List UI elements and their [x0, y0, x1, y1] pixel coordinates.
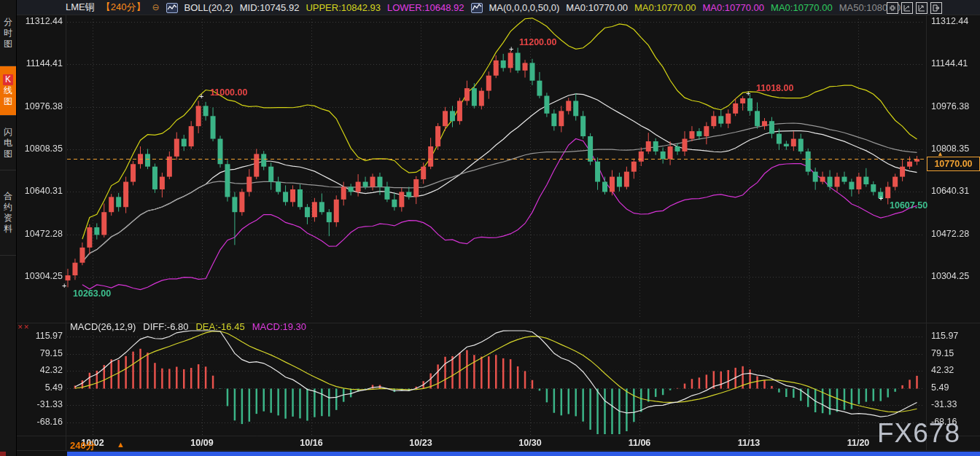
crosshair-grid-icon[interactable] [887, 2, 898, 14]
macd-label-left-3: 5.49 [15, 382, 63, 393]
bottom-scrollbar[interactable] [67, 452, 980, 456]
current-price-tag: 10770.00 [927, 157, 980, 171]
ma-value-1: MA0:10770.00 [634, 2, 696, 13]
boll-label: BOLL(20,2) [184, 2, 233, 13]
macd-label-right-0: 115.97 [931, 331, 958, 341]
time-label-1: 10/09 [190, 438, 213, 448]
axis-pointer-icon[interactable] [916, 2, 928, 14]
macd-label-left-1: 79.15 [15, 348, 63, 358]
annotation-cross-icon-0: + [199, 92, 203, 101]
watermark: FX678 [877, 418, 960, 449]
macd-label-left-2: 42.32 [15, 365, 63, 375]
time-label-5: 11/06 [629, 438, 651, 448]
macd-label-left-5: -68.16 [15, 417, 63, 427]
price-annotation-0: 11000.00 [210, 87, 247, 98]
bottom-left-marker [0, 452, 6, 456]
sidebar-item-0[interactable]: 分时图 [0, 0, 16, 66]
time-label-7: 11/20 [847, 438, 870, 448]
annotation-cross-icon-3: + [62, 281, 66, 290]
period-label[interactable]: 【240分】 [101, 1, 146, 14]
indicator-header: LME铜 【240分】 ⊖ BOLL(20,2) MID:10745.92 UP… [16, 0, 980, 15]
boll-lower-value: LOWER:10648.92 [387, 2, 464, 13]
period-dropdown-arrow-icon[interactable]: ▲ [117, 440, 125, 449]
macd-label-right-4: -31.33 [931, 399, 957, 409]
price-label-left-1: 11144.41 [15, 58, 63, 68]
price-label-right-6: 10304.25 [931, 271, 969, 281]
price-label-left-4: 10640.31 [15, 186, 63, 196]
axis-scale-icon[interactable] [901, 2, 913, 14]
price-label-right-4: 10640.31 [931, 186, 969, 196]
period-selector[interactable]: 240分 [70, 439, 96, 452]
ma-indicator-icon[interactable] [471, 3, 483, 13]
price-label-left-2: 10976.38 [15, 101, 63, 111]
annotation-cross-icon-2: + [746, 89, 750, 98]
macd-tool-icon[interactable]: ✕✕ [18, 323, 30, 331]
boll-mid-value: MID:10745.92 [240, 2, 300, 13]
price-label-left-3: 10808.35 [15, 144, 63, 154]
price-label-left-5: 10472.28 [15, 229, 63, 239]
symbol-name: LME铜 [66, 1, 95, 14]
trading-app-window: LME铜 【240分】 ⊖ BOLL(20,2) MID:10745.92 UP… [0, 0, 980, 456]
macd-label-left-0: 115.97 [15, 331, 63, 341]
sidebar-item-2[interactable]: 闪电图 [0, 116, 16, 170]
collapse-icon[interactable]: ⊖ [152, 2, 159, 12]
ma-value-0: MA0:10770.00 [566, 2, 628, 13]
price-label-right-5: 10472.28 [931, 229, 969, 239]
time-label-6: 11/13 [738, 438, 761, 448]
annotation-cross-icon-1: + [509, 44, 513, 53]
macd-diff-value: DIFF:-6.80 [143, 321, 188, 332]
time-label-4: 10/30 [518, 438, 541, 448]
chart-canvas[interactable] [0, 0, 980, 456]
macd-label-right-2: 42.32 [931, 365, 954, 375]
macd-label-right-1: 79.15 [931, 348, 954, 358]
price-annotation-4: 10607.50 [890, 200, 928, 211]
price-label-right-1: 11144.41 [931, 58, 968, 68]
macd-title: MACD(26,12,9) [70, 321, 136, 332]
annotation-cross-icon-4: + [879, 194, 883, 203]
price-label-left-6: 10304.25 [15, 271, 63, 281]
boll-indicator-icon[interactable] [166, 3, 178, 13]
price-label-right-0: 11312.44 [931, 16, 968, 26]
time-label-3: 10/23 [409, 438, 432, 448]
price-label-left-0: 11312.44 [15, 16, 63, 26]
price-annotation-2: 11018.00 [756, 83, 793, 93]
price-label-right-2: 10976.38 [931, 101, 969, 111]
sidebar-item-3[interactable]: 合约资料 [0, 170, 16, 256]
price-annotation-1: 11200.00 [519, 37, 556, 47]
macd-label-left-4: -31.33 [15, 399, 63, 409]
price-annotation-3: 10263.00 [73, 288, 111, 299]
boll-upper-value: UPPER:10842.93 [306, 2, 381, 13]
macd-label-right-3: 5.49 [931, 382, 949, 393]
macd-dea-value: DEA:-16.45 [195, 321, 244, 332]
sidebar-item-1[interactable]: K线图 [0, 66, 16, 116]
macd-macd-value: MACD:19.30 [252, 321, 306, 332]
ma-value-2: MA0:10770.00 [703, 2, 765, 13]
ma-value-3: MA0:10770.00 [771, 2, 833, 13]
ma-values: MA0:10770.00MA0:10770.00MA0:10770.00MA0:… [566, 2, 906, 13]
ma-label: MA(0,0,0,0,50,0) [489, 2, 560, 13]
time-label-2: 10/16 [300, 438, 322, 448]
macd-header: MACD(26,12,9) DIFF:-6.80 DEA:-16.45 MACD… [70, 321, 306, 332]
pane-switch-icon[interactable] [930, 2, 942, 14]
chart-toolbar [887, 2, 942, 14]
